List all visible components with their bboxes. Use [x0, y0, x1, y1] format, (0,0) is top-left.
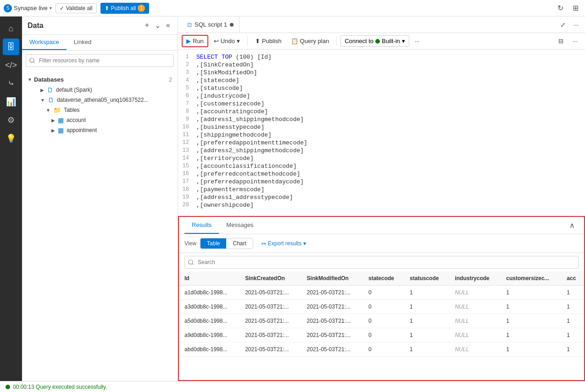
line-content: ,[customersizecode]: [196, 100, 264, 107]
nav-home-icon[interactable]: ⌂: [3, 20, 19, 37]
col-industrycode: industrycode: [449, 271, 501, 286]
toolbar-extra-button[interactable]: ···: [569, 36, 581, 46]
tree-item-tables-folder[interactable]: ▼ 📁 Tables: [26, 105, 174, 115]
sidebar-more-icon[interactable]: ⌄: [153, 20, 162, 31]
results-search-input[interactable]: [184, 256, 579, 269]
line-content: ,[accountratingcode]: [196, 108, 268, 115]
line-content: ,[paymenttermscode]: [196, 186, 264, 193]
query-plan-button[interactable]: 📋 Query plan: [287, 36, 333, 46]
collapse-results-button[interactable]: ∧: [566, 219, 579, 232]
view-label: View: [184, 240, 196, 247]
top-bar-right: ↻ ⊞: [555, 3, 581, 13]
line-number: 19: [178, 194, 196, 200]
export-results-button[interactable]: ↦ Export results ▾: [257, 238, 311, 248]
connect-chevron-icon: ▾: [402, 38, 405, 44]
left-nav: ⌂ 🗄 </> ⤷ 📊 ⚙ 💡: [0, 17, 22, 381]
cell-statuscode: 1: [404, 328, 449, 342]
sidebar-collapse-icon[interactable]: «: [164, 20, 172, 31]
cell-statuscode: 1: [404, 314, 449, 328]
appointment-table-icon: ▦: [58, 127, 64, 134]
tab-linked[interactable]: Linked: [67, 35, 99, 50]
code-line: 5,[statuscode]: [178, 84, 585, 92]
publish-button[interactable]: ⬆ Publish: [251, 36, 285, 46]
synapse-icon: S: [4, 4, 12, 12]
script-tab-sql1[interactable]: ⊡ SQL script 1: [182, 17, 240, 33]
tree-item-account[interactable]: ▶ ▦ account: [26, 115, 174, 125]
nav-data-icon[interactable]: 🗄: [3, 39, 19, 55]
code-line: 13,[address2_shippingmethodcode]: [178, 147, 585, 155]
tree-item-default-spark[interactable]: ▶ 🗋 default (Spark): [26, 85, 174, 95]
code-line: 11,[shippingmethodcode]: [178, 131, 585, 139]
line-content: ,[address1_addresstypecode]: [196, 194, 293, 201]
settings-button[interactable]: ⊞: [570, 3, 581, 13]
code-line: 9,[address1_shippingmethodcode]: [178, 116, 585, 123]
code-editor[interactable]: 1SELECT TOP (100) [Id]2,[SinkCreatedOn]3…: [178, 50, 585, 216]
nav-knowledge-icon[interactable]: 💡: [3, 130, 19, 147]
cell-sinkmodifiedon: 2021-05-03T21:...: [301, 286, 363, 300]
code-line: 2,[SinkCreatedOn]: [178, 61, 585, 69]
cell-id: abd0db8c-1998...: [179, 342, 240, 357]
col-id: Id: [179, 271, 240, 286]
synapse-chevron-icon[interactable]: ▾: [50, 6, 52, 11]
filter-icon-button[interactable]: ⊟: [555, 36, 567, 46]
cell-id: a9d0db8c-1998...: [179, 328, 240, 342]
undo-button[interactable]: ↩ Undo ▾: [210, 36, 244, 46]
export-chevron-icon: ▾: [303, 240, 306, 247]
tab-workspace[interactable]: Workspace: [22, 35, 67, 50]
sidebar-title: Data: [28, 22, 44, 30]
line-content: ,[statuscode]: [196, 85, 243, 92]
nav-monitor-icon[interactable]: 📊: [3, 94, 19, 110]
databases-header[interactable]: ▼ Databases 2: [26, 74, 174, 85]
nav-develop-icon[interactable]: </>: [3, 57, 19, 73]
line-content: ,[address1_shippingmethodcode]: [196, 116, 304, 123]
publish-all-button[interactable]: ⬆ Publish all 1: [100, 3, 150, 14]
tree-item-dataverse[interactable]: ▼ 🗋 dataverse_athena05_unq10637522...: [26, 95, 174, 105]
cell-sinkmodifiedon: 2021-05-03T21:...: [301, 328, 363, 342]
line-number: 16: [178, 171, 196, 177]
code-line: 12,[preferredappointmenttimecode]: [178, 139, 585, 147]
tab-more-icon[interactable]: ···: [570, 20, 581, 29]
tab-results[interactable]: Results: [184, 217, 219, 234]
cell-sinkcreatedon: 2021-05-03T21:...: [240, 314, 301, 328]
cell-customersizecode: 1: [501, 314, 561, 328]
view-chart-button[interactable]: Chart: [226, 238, 252, 248]
view-table-button[interactable]: Table: [201, 238, 227, 248]
sidebar-add-icon[interactable]: +: [143, 20, 151, 31]
dataverse-db-icon: 🗋: [48, 96, 54, 104]
col-acc: acc: [561, 271, 584, 286]
sidebar-tabs: Workspace Linked: [22, 35, 178, 50]
tables-folder-chevron-icon: ▼: [46, 108, 50, 113]
cell-customersizecode: 1: [501, 300, 561, 314]
line-number: 7: [178, 100, 196, 107]
code-line: 10,[businesstypecode]: [178, 123, 585, 131]
col-sinkmodifiedon: SinkModifiedOn: [301, 271, 363, 286]
nav-manage-icon[interactable]: ⚙: [3, 112, 19, 128]
col-statuscode: statuscode: [404, 271, 449, 286]
sidebar-header: Data + ⌄ «: [22, 17, 178, 35]
results-search: [179, 253, 584, 271]
toolbar-more-button[interactable]: ···: [411, 36, 423, 46]
default-spark-db-icon: 🗋: [47, 86, 53, 94]
sidebar-header-icons: + ⌄ «: [143, 20, 172, 31]
results-panel: Results Messages ∧ View Table Chart ↦ Ex…: [178, 216, 585, 381]
tab-messages[interactable]: Messages: [219, 217, 261, 234]
table-row: a5d0db8c-1998... 2021-05-03T21:... 2021-…: [179, 314, 584, 328]
line-content: ,[SinkModifiedOn]: [196, 69, 257, 76]
toolbar-separator-1: [247, 37, 248, 46]
validate-all-button[interactable]: ✓ Validate all: [56, 3, 97, 13]
search-input[interactable]: [26, 54, 174, 67]
cell-statecode: 0: [363, 328, 404, 342]
cell-statecode: 0: [363, 286, 404, 300]
cell-industrycode: NULL: [449, 314, 501, 328]
run-button[interactable]: ▶ Run: [182, 35, 208, 47]
sidebar: Data + ⌄ « Workspace Linked ▼: [22, 17, 178, 381]
script-tab-bar: ⊡ SQL script 1 ⤢ ···: [178, 17, 585, 33]
line-number: 2: [178, 61, 196, 68]
databases-count: 2: [169, 77, 172, 83]
connect-to-dropdown[interactable]: Connect to Built-in ▾: [340, 35, 409, 47]
tree-item-appointment[interactable]: ▶ ▦ appointment: [26, 125, 174, 135]
refresh-button[interactable]: ↻: [555, 3, 566, 13]
tab-expand-icon[interactable]: ⤢: [557, 20, 568, 29]
code-line: 16,[preferredcontactmethodcode]: [178, 170, 585, 178]
nav-integrate-icon[interactable]: ⤷: [3, 75, 19, 92]
